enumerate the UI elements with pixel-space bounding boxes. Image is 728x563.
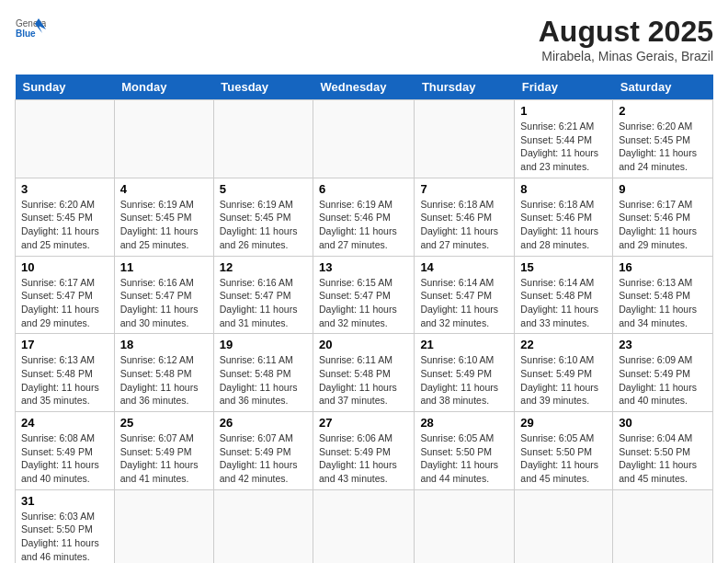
day-number: 4 — [120, 182, 208, 196]
day-number: 3 — [21, 182, 108, 196]
calendar-cell — [313, 100, 415, 178]
calendar-cell: 11Sunrise: 6:16 AM Sunset: 5:47 PM Dayli… — [114, 256, 213, 334]
day-number: 16 — [619, 260, 707, 274]
weekday-header: Wednesday — [313, 75, 415, 100]
day-number: 12 — [220, 260, 307, 274]
day-info: Sunrise: 6:20 AM Sunset: 5:45 PM Dayligh… — [619, 120, 707, 174]
day-info: Sunrise: 6:10 AM Sunset: 5:49 PM Dayligh… — [420, 353, 508, 408]
calendar-cell: 5Sunrise: 6:19 AM Sunset: 5:45 PM Daylig… — [213, 178, 313, 256]
day-info: Sunrise: 6:03 AM Sunset: 5:50 PM Dayligh… — [21, 510, 108, 563]
weekday-header: Tuesday — [213, 75, 313, 100]
day-number: 17 — [21, 338, 108, 351]
calendar-cell — [213, 489, 313, 563]
calendar-cell: 18Sunrise: 6:12 AM Sunset: 5:48 PM Dayli… — [114, 334, 213, 412]
calendar-cell: 31Sunrise: 6:03 AM Sunset: 5:50 PM Dayli… — [16, 489, 115, 563]
day-number: 24 — [21, 416, 108, 430]
calendar-cell: 30Sunrise: 6:04 AM Sunset: 5:50 PM Dayli… — [613, 412, 713, 490]
day-number: 27 — [319, 416, 408, 430]
day-info: Sunrise: 6:07 AM Sunset: 5:49 PM Dayligh… — [220, 431, 307, 486]
calendar-cell — [415, 489, 515, 563]
calendar-cell — [415, 100, 515, 178]
day-info: Sunrise: 6:21 AM Sunset: 5:44 PM Dayligh… — [520, 120, 607, 174]
calendar-cell — [613, 489, 713, 563]
calendar-week-row: 31Sunrise: 6:03 AM Sunset: 5:50 PM Dayli… — [16, 489, 713, 563]
weekday-header-row: SundayMondayTuesdayWednesdayThursdayFrid… — [16, 75, 713, 100]
logo-svg-icon: General Blue — [15, 15, 46, 46]
calendar-week-row: 1Sunrise: 6:21 AM Sunset: 5:44 PM Daylig… — [16, 100, 713, 178]
day-number: 6 — [319, 182, 408, 196]
calendar-cell: 26Sunrise: 6:07 AM Sunset: 5:49 PM Dayli… — [213, 412, 313, 490]
day-number: 9 — [619, 182, 707, 196]
day-number: 29 — [520, 416, 607, 430]
calendar-cell: 2Sunrise: 6:20 AM Sunset: 5:45 PM Daylig… — [613, 100, 713, 178]
day-info: Sunrise: 6:18 AM Sunset: 5:46 PM Dayligh… — [420, 198, 508, 252]
logo-render: General Blue — [15, 15, 46, 46]
calendar-cell: 27Sunrise: 6:06 AM Sunset: 5:49 PM Dayli… — [313, 412, 415, 490]
day-number: 11 — [120, 260, 208, 274]
calendar-week-row: 3Sunrise: 6:20 AM Sunset: 5:45 PM Daylig… — [16, 178, 713, 256]
calendar-table: SundayMondayTuesdayWednesdayThursdayFrid… — [15, 75, 713, 563]
day-number: 22 — [520, 338, 607, 351]
calendar-cell: 28Sunrise: 6:05 AM Sunset: 5:50 PM Dayli… — [415, 412, 515, 490]
calendar-cell: 6Sunrise: 6:19 AM Sunset: 5:46 PM Daylig… — [313, 178, 415, 256]
location-subtitle: Mirabela, Minas Gerais, Brazil — [539, 49, 713, 63]
day-number: 20 — [319, 338, 408, 351]
day-number: 25 — [120, 416, 208, 430]
title-area: August 2025 Mirabela, Minas Gerais, Braz… — [539, 15, 713, 63]
calendar-cell: 1Sunrise: 6:21 AM Sunset: 5:44 PM Daylig… — [515, 100, 613, 178]
day-number: 23 — [619, 338, 707, 351]
calendar-cell — [16, 100, 115, 178]
day-info: Sunrise: 6:12 AM Sunset: 5:48 PM Dayligh… — [120, 353, 208, 408]
day-number: 21 — [420, 338, 508, 351]
calendar-week-row: 17Sunrise: 6:13 AM Sunset: 5:48 PM Dayli… — [16, 334, 713, 412]
weekday-header: Friday — [515, 75, 613, 100]
day-info: Sunrise: 6:13 AM Sunset: 5:48 PM Dayligh… — [619, 276, 707, 330]
day-info: Sunrise: 6:14 AM Sunset: 5:48 PM Dayligh… — [520, 276, 607, 330]
day-number: 2 — [619, 104, 707, 118]
calendar-cell: 9Sunrise: 6:17 AM Sunset: 5:46 PM Daylig… — [613, 178, 713, 256]
calendar-cell: 16Sunrise: 6:13 AM Sunset: 5:48 PM Dayli… — [613, 256, 713, 334]
day-number: 7 — [420, 182, 508, 196]
day-number: 10 — [21, 260, 108, 274]
calendar-cell: 7Sunrise: 6:18 AM Sunset: 5:46 PM Daylig… — [415, 178, 515, 256]
page-header: General Blue August 2025 Mirabela, Minas… — [15, 15, 713, 63]
day-number: 30 — [619, 416, 707, 430]
calendar-cell: 24Sunrise: 6:08 AM Sunset: 5:49 PM Dayli… — [16, 412, 115, 490]
day-number: 1 — [520, 104, 607, 118]
day-info: Sunrise: 6:09 AM Sunset: 5:49 PM Dayligh… — [619, 353, 707, 408]
calendar-week-row: 24Sunrise: 6:08 AM Sunset: 5:49 PM Dayli… — [16, 412, 713, 490]
day-info: Sunrise: 6:19 AM Sunset: 5:45 PM Dayligh… — [220, 198, 307, 252]
weekday-header: Monday — [114, 75, 213, 100]
calendar-cell: 3Sunrise: 6:20 AM Sunset: 5:45 PM Daylig… — [16, 178, 115, 256]
calendar-cell — [213, 100, 313, 178]
calendar-cell: 21Sunrise: 6:10 AM Sunset: 5:49 PM Dayli… — [415, 334, 515, 412]
calendar-cell — [114, 100, 213, 178]
day-info: Sunrise: 6:07 AM Sunset: 5:49 PM Dayligh… — [120, 431, 208, 486]
calendar-cell: 13Sunrise: 6:15 AM Sunset: 5:47 PM Dayli… — [313, 256, 415, 334]
weekday-header: Thursday — [415, 75, 515, 100]
day-info: Sunrise: 6:05 AM Sunset: 5:50 PM Dayligh… — [520, 431, 607, 486]
day-info: Sunrise: 6:11 AM Sunset: 5:48 PM Dayligh… — [319, 353, 408, 408]
calendar-cell: 17Sunrise: 6:13 AM Sunset: 5:48 PM Dayli… — [16, 334, 115, 412]
day-info: Sunrise: 6:11 AM Sunset: 5:48 PM Dayligh… — [220, 353, 307, 408]
day-info: Sunrise: 6:18 AM Sunset: 5:46 PM Dayligh… — [520, 198, 607, 252]
calendar-cell: 10Sunrise: 6:17 AM Sunset: 5:47 PM Dayli… — [16, 256, 115, 334]
month-title: August 2025 — [539, 15, 713, 49]
day-info: Sunrise: 6:20 AM Sunset: 5:45 PM Dayligh… — [21, 198, 108, 252]
day-number: 15 — [520, 260, 607, 274]
day-info: Sunrise: 6:10 AM Sunset: 5:49 PM Dayligh… — [520, 353, 607, 408]
calendar-cell: 29Sunrise: 6:05 AM Sunset: 5:50 PM Dayli… — [515, 412, 613, 490]
calendar-cell: 25Sunrise: 6:07 AM Sunset: 5:49 PM Dayli… — [114, 412, 213, 490]
day-info: Sunrise: 6:04 AM Sunset: 5:50 PM Dayligh… — [619, 431, 707, 486]
day-info: Sunrise: 6:17 AM Sunset: 5:47 PM Dayligh… — [21, 276, 108, 330]
day-info: Sunrise: 6:17 AM Sunset: 5:46 PM Dayligh… — [619, 198, 707, 252]
day-number: 14 — [420, 260, 508, 274]
svg-text:Blue: Blue — [16, 29, 36, 39]
calendar-cell: 15Sunrise: 6:14 AM Sunset: 5:48 PM Dayli… — [515, 256, 613, 334]
day-number: 26 — [220, 416, 307, 430]
calendar-cell — [313, 489, 415, 563]
calendar-cell: 8Sunrise: 6:18 AM Sunset: 5:46 PM Daylig… — [515, 178, 613, 256]
day-number: 31 — [21, 494, 108, 508]
day-info: Sunrise: 6:14 AM Sunset: 5:47 PM Dayligh… — [420, 276, 508, 330]
calendar-cell: 20Sunrise: 6:11 AM Sunset: 5:48 PM Dayli… — [313, 334, 415, 412]
